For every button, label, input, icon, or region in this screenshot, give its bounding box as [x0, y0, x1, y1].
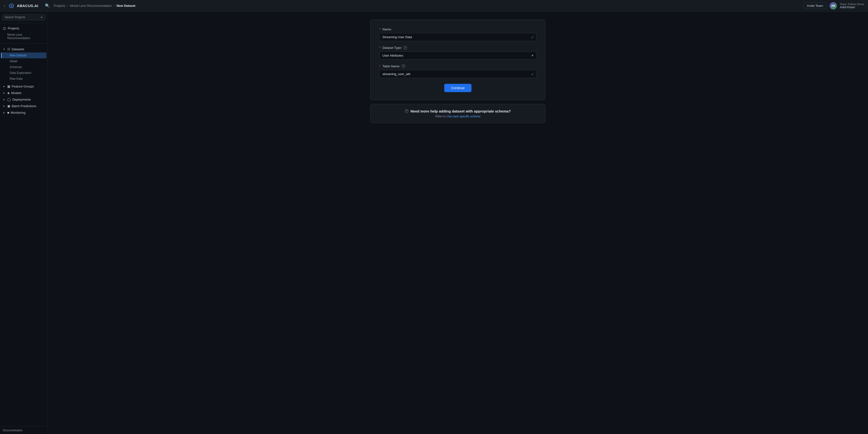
- search-projects-wrapper: ▼: [2, 14, 45, 21]
- models-label: Models: [11, 91, 22, 95]
- name-label-text: Name:: [382, 28, 392, 31]
- datasets-icon: ☷: [7, 47, 10, 51]
- help-card-sub: Refer to Use-case specific schema: [435, 115, 480, 118]
- sidebar-datasets-section: ▼ ☷ Datasets New Dataset Detail Schemas …: [0, 44, 48, 83]
- feature-groups-label: Feature Groups: [12, 85, 34, 88]
- monitoring-chevron-icon: ►: [3, 111, 5, 114]
- monitoring-icon: ■: [7, 111, 9, 114]
- feature-groups-chevron-icon: ►: [3, 85, 5, 88]
- logo-text: ABACUS.AI: [17, 4, 38, 8]
- search-icon[interactable]: 🔍: [45, 3, 50, 8]
- sidebar-item-deployments[interactable]: ► ◯ Deployments: [0, 96, 48, 103]
- continue-btn-row: Continue: [379, 84, 536, 92]
- table-name-help-icon[interactable]: ?: [402, 64, 405, 68]
- search-projects-input[interactable]: [5, 15, 39, 19]
- deployments-icon: ◯: [7, 98, 11, 101]
- name-check-icon: ✓: [531, 35, 534, 39]
- table-name-input[interactable]: [379, 70, 536, 78]
- sidebar-item-projects[interactable]: ◫ Projects: [0, 25, 48, 32]
- sidebar-item-detail[interactable]: Detail: [1, 58, 46, 64]
- breadcrumb: Projects > Movie Lens Recommendation > N…: [54, 4, 135, 7]
- deployments-label: Deployments: [12, 98, 31, 101]
- topnav: ‹ ABACUS.AI 🔍 Projects > Movie Lens Reco…: [0, 0, 868, 12]
- dataset-type-select[interactable]: User AttributesItem AttributesUser-Item …: [379, 52, 536, 60]
- user-name: Ankit Khare: [840, 6, 864, 9]
- feature-groups-icon: ▦: [7, 85, 10, 88]
- datasets-label: Datasets: [12, 47, 24, 51]
- sidebar-item-feature-groups[interactable]: ► ▦ Feature Groups: [0, 83, 48, 90]
- logo-area: ABACUS.AI: [8, 2, 38, 9]
- dataset-type-select-wrapper: User AttributesItem AttributesUser-Item …: [379, 52, 536, 60]
- user-info: Team: Python Demo Ankit Khare: [840, 3, 864, 9]
- sidebar-project-name[interactable]: Movie Lens Recommendation: [0, 32, 48, 41]
- monitoring-label: Monitoring: [11, 111, 26, 114]
- dataset-type-help-icon[interactable]: ?: [403, 46, 407, 49]
- invite-team-button[interactable]: Invite Team: [803, 2, 827, 9]
- help-card-question-icon: ?: [405, 109, 408, 113]
- form-group-dataset-type: * Dataset Type: ? User AttributesItem At…: [379, 46, 536, 60]
- dataset-type-required-marker: *: [379, 46, 380, 49]
- projects-label: Projects: [8, 27, 19, 30]
- continue-button[interactable]: Continue: [444, 84, 471, 92]
- sidebar-divider-1: [0, 43, 48, 43]
- form-label-table-name: * Table Name: ?: [379, 64, 536, 68]
- breadcrumb-sep-1: >: [67, 4, 69, 7]
- back-icon[interactable]: ‹: [4, 4, 5, 8]
- deployments-chevron-icon: ►: [3, 98, 5, 101]
- sidebar-item-batch-predictions[interactable]: ► ▣ Batch Predictions: [0, 103, 48, 109]
- help-card-refer-text: Refer to: [435, 115, 446, 118]
- sidebar-item-raw-data[interactable]: Raw Data: [1, 76, 46, 81]
- form-label-name: * Name:: [379, 28, 536, 31]
- breadcrumb-project[interactable]: Movie Lens Recommendation: [70, 4, 112, 7]
- form-group-table-name: * Table Name: ? ✓: [379, 64, 536, 78]
- sidebar-item-data-exploration[interactable]: Data Exploration: [1, 70, 46, 76]
- content-area: * Name: ✓ * Dataset Type: ? User Attribu…: [48, 12, 868, 434]
- table-name-check-icon: ✓: [531, 72, 534, 76]
- batch-predictions-chevron-icon: ►: [3, 105, 5, 107]
- sidebar-item-schemas[interactable]: Schemas: [1, 64, 46, 70]
- search-projects-container: ▼: [0, 12, 48, 23]
- sidebar-item-models[interactable]: ► ◈ Models: [0, 90, 48, 96]
- sidebar-item-monitoring[interactable]: ► ■ Monitoring: [0, 109, 48, 116]
- models-icon: ◈: [7, 91, 10, 95]
- table-name-required-marker: *: [379, 64, 380, 68]
- batch-predictions-icon: ▣: [7, 104, 10, 108]
- name-input[interactable]: [379, 33, 536, 41]
- help-card-title: ? Need more help adding dataset with app…: [405, 109, 511, 113]
- models-chevron-icon: ►: [3, 92, 5, 94]
- new-dataset-form-card: * Name: ✓ * Dataset Type: ? User Attribu…: [370, 20, 546, 100]
- logo-icon: [8, 2, 15, 9]
- datasets-chevron-icon: ▼: [3, 48, 5, 51]
- breadcrumb-sep-2: >: [113, 4, 115, 7]
- table-name-input-wrapper: ✓: [379, 70, 536, 78]
- sidebar-item-documentation[interactable]: Documentation: [0, 427, 48, 434]
- help-card: ? Need more help adding dataset with app…: [370, 104, 546, 123]
- avatar[interactable]: AK: [830, 2, 837, 9]
- form-group-name: * Name: ✓: [379, 28, 536, 41]
- sidebar-projects-section: ◫ Projects Movie Lens Recommendation: [0, 23, 48, 42]
- topnav-right: Invite Team AK Team: Python Demo Ankit K…: [803, 2, 864, 9]
- svg-marker-1: [10, 5, 13, 7]
- form-label-dataset-type: * Dataset Type: ?: [379, 46, 536, 49]
- breadcrumb-current: New Dataset: [117, 4, 135, 7]
- sidebar-item-datasets[interactable]: ▼ ☷ Datasets: [0, 46, 48, 53]
- projects-icon: ◫: [3, 27, 6, 30]
- sidebar-item-new-dataset[interactable]: New Dataset: [1, 53, 46, 58]
- breadcrumb-projects[interactable]: Projects: [54, 4, 65, 7]
- name-input-wrapper: ✓: [379, 33, 536, 41]
- sidebar: ▼ ◫ Projects Movie Lens Recommendation ▼…: [0, 12, 48, 434]
- main-layout: ▼ ◫ Projects Movie Lens Recommendation ▼…: [0, 12, 868, 434]
- name-required-marker: *: [379, 28, 380, 31]
- help-card-schema-link[interactable]: Use-case specific schema: [446, 115, 480, 118]
- dataset-type-label-text: Dataset Type:: [382, 46, 402, 49]
- table-name-label-text: Table Name:: [382, 64, 400, 68]
- dropdown-arrow-icon[interactable]: ▼: [40, 16, 43, 19]
- batch-predictions-label: Batch Predictions: [12, 104, 36, 108]
- help-card-title-text: Need more help adding dataset with appro…: [410, 109, 511, 113]
- topnav-left: ‹ ABACUS.AI 🔍 Projects > Movie Lens Reco…: [4, 2, 135, 9]
- user-team: Team: Python Demo: [840, 3, 864, 6]
